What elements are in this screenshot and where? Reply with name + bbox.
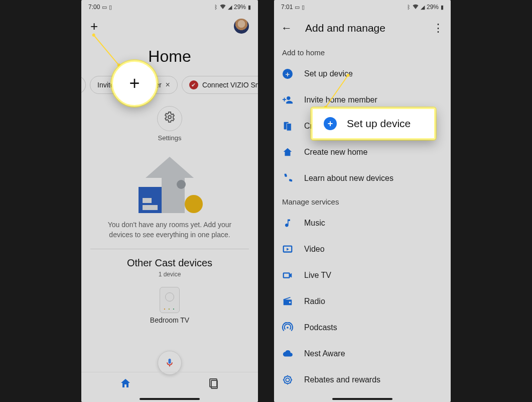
phone-home-screen: 7:00 ▭ ▯ ᛒ ◢ 29% ▮ + Home Invite ho <box>81 0 258 402</box>
item-label: Invite home member <box>304 95 377 105</box>
section-manage-services: Manage services <box>274 191 451 210</box>
gear-icon <box>164 111 176 126</box>
svg-point-9 <box>289 301 291 304</box>
item-video[interactable]: Video <box>274 236 451 262</box>
notification-icon: ▭ <box>102 4 107 11</box>
item-live-tv[interactable]: Live TV <box>274 262 451 288</box>
item-rebates-rewards[interactable]: Rebates and rewards <box>274 367 451 393</box>
svg-rect-5 <box>287 124 291 131</box>
divider <box>90 249 249 249</box>
callout-set-up-device: + Set up device <box>311 108 436 140</box>
camera-icon <box>282 270 293 281</box>
item-label: Live TV <box>304 271 331 280</box>
settings-label: Settings <box>81 134 258 142</box>
item-label: Create new home <box>304 148 367 157</box>
item-nest-aware[interactable]: Nest Aware <box>274 341 451 367</box>
cloud-icon <box>282 348 293 359</box>
chip-connect-vizio[interactable]: ✔ Connect VIZIO Smart TV <box>182 76 258 94</box>
svg-rect-7 <box>284 273 290 277</box>
music-icon <box>282 218 293 229</box>
plus-circle-icon: + <box>282 68 293 79</box>
bluetooth-icon: ᛒ <box>407 4 411 10</box>
svg-point-12 <box>284 376 292 384</box>
chip-prev-partial[interactable] <box>81 76 86 94</box>
status-time: 7:01 <box>281 4 293 11</box>
bluetooth-icon: ᛒ <box>214 4 218 10</box>
battery-percent: 29% <box>427 4 439 11</box>
item-label: Music <box>304 219 325 228</box>
item-radio[interactable]: Radio <box>274 288 451 315</box>
settings-button[interactable] <box>157 106 182 131</box>
speaker-group-icon <box>282 121 293 132</box>
item-learn-new-devices[interactable]: Learn about new devices <box>274 165 451 191</box>
radio-icon <box>282 296 293 307</box>
device-tile-bedroom-tv[interactable] <box>160 287 180 313</box>
item-label: Rebates and rewards <box>304 375 380 384</box>
wifi-icon <box>413 4 419 10</box>
suggestion-chips: Invite home member × ✔ Connect VIZIO Sma… <box>81 76 258 94</box>
section-other-cast: Other Cast devices <box>81 257 258 269</box>
wifi-icon <box>220 4 226 10</box>
status-bar: 7:01 ▭ ▯ ᛒ ◢ 29% ▮ <box>274 0 451 14</box>
empty-state-text: You don't have any rooms yet. Add your d… <box>81 220 258 240</box>
more-icon[interactable]: ⋮ <box>433 22 444 35</box>
item-set-up-device[interactable]: + Set up device <box>274 61 451 87</box>
bottom-nav <box>81 372 258 396</box>
gesture-handle <box>140 398 200 400</box>
battery-icon: ▮ <box>441 4 444 11</box>
section-add-to-home: Add to home <box>274 42 451 61</box>
signal-icon: ◢ <box>421 4 425 11</box>
phone-add-manage-screen: 7:01 ▭ ▯ ᛒ ◢ 29% ▮ ← Add and manage ⋮ Ad… <box>274 0 451 402</box>
home-icon <box>282 147 293 158</box>
battery-percent: 29% <box>234 4 246 11</box>
add-icon[interactable]: + <box>90 20 98 33</box>
avatar[interactable] <box>234 19 249 34</box>
device-label: Bedroom TV <box>81 316 258 324</box>
rewards-icon <box>282 374 293 385</box>
plus-icon: + <box>129 73 140 94</box>
status-bar: 7:00 ▭ ▯ ᛒ ◢ 29% ▮ <box>81 0 258 14</box>
signal-icon: ◢ <box>228 4 232 11</box>
item-label: Nest Aware <box>304 349 345 358</box>
item-music[interactable]: Music <box>274 210 451 236</box>
voice-assistant-button[interactable] <box>158 351 182 375</box>
item-label: Podcasts <box>304 323 337 332</box>
notification-icon: ▭ <box>295 4 300 11</box>
back-icon[interactable]: ← <box>281 22 292 35</box>
notification-icon: ▯ <box>109 4 112 11</box>
svg-point-3 <box>287 96 290 100</box>
status-time: 7:00 <box>88 4 100 11</box>
app-bar: + <box>81 14 258 38</box>
svg-point-11 <box>286 378 289 381</box>
item-label: Learn about new devices <box>304 174 393 183</box>
callout-label: Set up device <box>347 118 411 130</box>
battery-icon: ▮ <box>248 4 251 11</box>
svg-point-0 <box>168 116 171 119</box>
home-illustration <box>135 157 205 213</box>
podcast-icon <box>282 322 293 333</box>
vizio-icon: ✔ <box>189 80 198 89</box>
notification-icon: ▯ <box>302 4 305 11</box>
plus-circle-icon: + <box>324 117 337 130</box>
chip-label: Connect VIZIO Smart TV <box>202 81 258 89</box>
close-icon[interactable]: × <box>166 80 170 89</box>
phone-icon <box>282 173 293 184</box>
gesture-handle <box>332 398 392 400</box>
video-icon <box>282 244 293 255</box>
app-bar: ← Add and manage ⋮ <box>274 14 451 42</box>
person-add-icon <box>282 94 293 106</box>
item-label: Video <box>304 245 325 254</box>
callout-add-button: + <box>111 60 158 107</box>
nav-home-icon[interactable] <box>119 377 131 391</box>
page-title: Home <box>81 47 258 66</box>
item-podcasts[interactable]: Podcasts <box>274 315 451 341</box>
appbar-title: Add and manage <box>305 22 420 34</box>
device-count: 1 device <box>81 271 258 278</box>
svg-point-10 <box>287 327 289 329</box>
item-create-new-home[interactable]: Create new home <box>274 139 451 165</box>
item-label: Radio <box>304 297 325 306</box>
nav-media-icon[interactable] <box>208 377 220 391</box>
